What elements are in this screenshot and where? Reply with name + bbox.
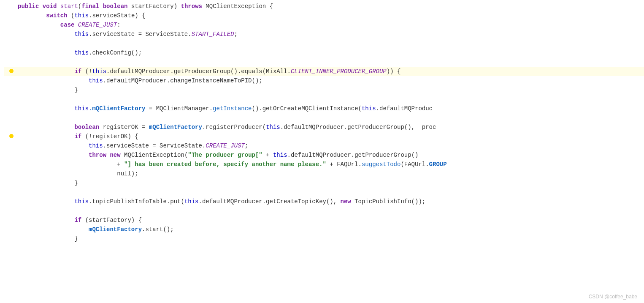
token: case — [60, 22, 75, 28]
token: if — [74, 133, 81, 140]
token: .defaultMQProduc — [376, 105, 433, 112]
token: ().getOrCreateMQClientInstance( — [252, 105, 362, 112]
token: switch — [46, 12, 67, 19]
token: this — [74, 49, 89, 56]
token: public — [18, 3, 39, 10]
line-content: boolean registerOK = mQClientFactory.reg… — [16, 123, 644, 132]
code-line: null); — [4, 169, 644, 178]
token — [18, 31, 74, 38]
token: )) { — [387, 68, 401, 75]
line-content: public void start(final boolean startFac… — [16, 2, 644, 11]
line-content: this.serviceState = ServiceState.CREATE_… — [16, 141, 644, 150]
token: (! — [81, 68, 92, 75]
token — [18, 105, 74, 112]
token: throw — [89, 152, 106, 158]
token: (!registerOK) { — [81, 133, 138, 140]
token: "] has been created before, specify anot… — [124, 161, 326, 168]
line-content: + "] has been created before, specify an… — [16, 160, 644, 169]
line-content: switch (this.serviceState) { — [16, 11, 644, 20]
code-line: } — [4, 178, 644, 188]
token: CREATE_JUST — [78, 22, 117, 28]
code-line: this.checkConfig(); — [4, 48, 644, 57]
code-line — [4, 113, 644, 123]
token: ; — [234, 31, 238, 38]
token: MQClientException( — [121, 152, 188, 158]
token: mQClientFactory — [89, 226, 142, 233]
code-line: this.serviceState = ServiceState.CREATE_… — [4, 141, 644, 150]
line-content: } — [16, 234, 644, 243]
code-line: if (!this.defaultMQProducer.getProducerG… — [4, 67, 644, 76]
token: .start(); — [142, 226, 174, 233]
token: .defaultMQProducer.changeInstanceNameToP… — [103, 77, 262, 84]
token — [74, 22, 78, 28]
token: .defaultMQProducer.getProducerGroup(), p… — [280, 124, 436, 131]
line-content: this.mQClientFactory = MQClientManager.g… — [16, 104, 644, 113]
token — [18, 142, 89, 149]
token — [18, 198, 74, 205]
line-content — [16, 39, 644, 48]
token — [18, 152, 89, 158]
token: mQClientFactory — [149, 124, 202, 131]
code-line — [4, 206, 644, 216]
code-area: public void start(final boolean startFac… — [0, 0, 644, 245]
token: .mQClientFactory — [89, 105, 145, 112]
code-line — [4, 57, 644, 67]
token — [57, 3, 60, 10]
code-line: mQClientFactory.start(); — [4, 225, 644, 234]
token: .serviceState = ServiceState. — [103, 142, 206, 149]
code-line: boolean registerOK = mQClientFactory.reg… — [4, 123, 644, 132]
code-container: public void start(final boolean startFac… — [0, 0, 644, 303]
token: if — [74, 68, 81, 75]
line-content: } — [16, 85, 644, 95]
code-line: switch (this.serviceState) { — [4, 11, 644, 20]
code-line: throw new MQClientException("The produce… — [4, 150, 644, 160]
token: this — [74, 198, 89, 205]
token: ; — [245, 142, 248, 149]
token: throws — [181, 3, 202, 10]
code-line: + "] has been created before, specify an… — [4, 160, 644, 169]
token: } — [18, 235, 78, 242]
breakpoint-dot — [9, 69, 14, 73]
token — [18, 133, 74, 140]
token: .checkConfig(); — [89, 49, 142, 56]
line-content: throw new MQClientException("The produce… — [16, 150, 644, 160]
code-line: } — [4, 85, 644, 95]
code-line: } — [4, 234, 644, 243]
code-line: public void start(final boolean startFac… — [4, 2, 644, 11]
token — [18, 68, 74, 75]
token: CREATE_JUST — [206, 142, 244, 149]
code-line: this.serviceState = ServiceState.START_F… — [4, 30, 644, 39]
token: this — [89, 142, 103, 149]
token — [18, 226, 89, 233]
token — [18, 124, 74, 131]
line-content: if (!this.defaultMQProducer.getProducerG… — [16, 67, 644, 76]
token: this — [362, 105, 376, 112]
token: this — [273, 152, 287, 158]
line-content — [16, 206, 644, 216]
token: + — [18, 161, 124, 168]
token: boolean — [103, 3, 128, 10]
token: this — [92, 68, 106, 75]
line-content: if (!registerOK) { — [16, 132, 644, 141]
token: .defaultMQProducer.getProducerGroup() — [287, 152, 419, 158]
token: startFactory) — [128, 3, 181, 10]
token: MQClientException { — [202, 3, 273, 10]
token: } — [18, 180, 78, 186]
watermark: CSDN @coffee_babe — [589, 294, 637, 300]
token: new — [110, 152, 120, 158]
token: final — [81, 3, 99, 10]
token — [39, 3, 42, 10]
token: .registerProducer( — [202, 124, 266, 131]
token: this — [74, 105, 89, 112]
token: this — [266, 124, 280, 131]
token: + — [262, 152, 273, 158]
line-content: this.topicPublishInfoTable.put(this.defa… — [16, 197, 644, 206]
code-line — [4, 39, 644, 48]
token: .serviceState = ServiceState. — [89, 31, 192, 38]
token: .topicPublishInfoTable.put( — [89, 198, 184, 205]
token: suggestTodo — [362, 161, 400, 168]
token: registerOK = — [99, 124, 149, 131]
token: getInstance — [213, 105, 252, 112]
token — [18, 22, 60, 28]
token: : — [117, 22, 120, 28]
